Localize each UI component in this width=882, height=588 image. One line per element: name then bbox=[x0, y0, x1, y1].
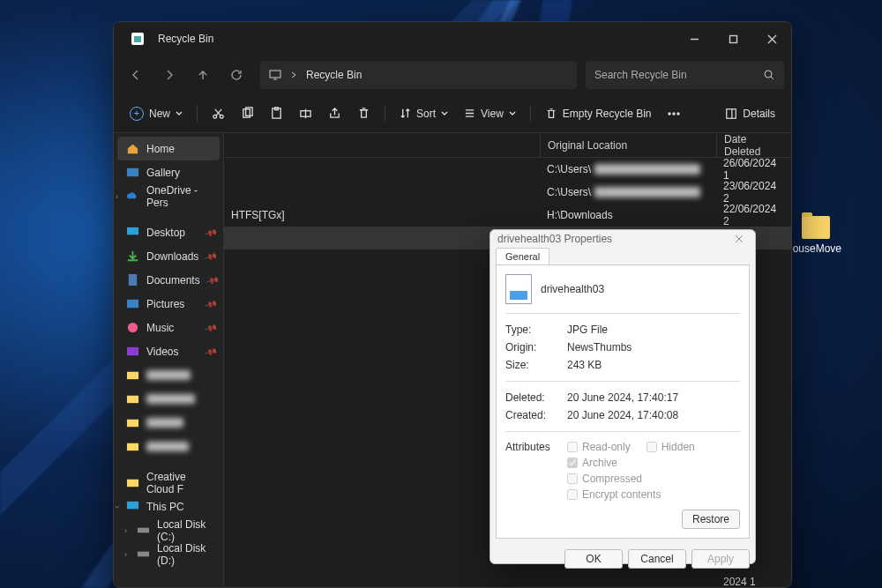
sort-button[interactable]: Sort bbox=[392, 100, 455, 128]
address-bar[interactable]: Recycle Bin bbox=[260, 61, 577, 89]
svg-rect-23 bbox=[127, 420, 138, 427]
size-label: Size: bbox=[505, 359, 567, 371]
column-date-deleted[interactable]: Date Deleted bbox=[716, 133, 791, 157]
table-row[interactable]: HTFS[TGx]H:\Downloads22/06/2024 2 bbox=[224, 204, 791, 227]
chevron-right-icon: › bbox=[124, 526, 127, 535]
desktop-shortcut[interactable]: louseMove bbox=[789, 216, 842, 255]
sidebar-item-music[interactable]: Music📌 bbox=[114, 316, 223, 339]
paste-button[interactable] bbox=[263, 100, 290, 128]
svg-rect-24 bbox=[127, 443, 138, 450]
cut-button[interactable] bbox=[205, 100, 232, 128]
chevron-down-icon bbox=[509, 110, 516, 117]
svg-rect-0 bbox=[134, 36, 141, 42]
table-row[interactable]: C:\Users\x26/06/2024 1 bbox=[224, 158, 791, 181]
search-icon bbox=[763, 69, 775, 81]
folder-icon bbox=[126, 440, 139, 453]
sidebar-item-gallery[interactable]: Gallery bbox=[114, 160, 223, 184]
pin-icon: 📌 bbox=[204, 226, 218, 240]
pin-icon: 📌 bbox=[204, 321, 218, 335]
svg-point-13 bbox=[677, 113, 679, 115]
sidebar-item-creative-cloud[interactable]: Creative Cloud F bbox=[114, 471, 223, 495]
drive-icon bbox=[137, 524, 150, 537]
properties-dialog: drivehealth03 Properties General drivehe… bbox=[490, 229, 756, 564]
file-type-icon bbox=[505, 274, 532, 304]
created-value: 20 June 2024, 17:40:08 bbox=[567, 409, 678, 421]
copy-button[interactable] bbox=[234, 100, 261, 128]
close-window-button[interactable] bbox=[752, 22, 791, 56]
tab-general[interactable]: General bbox=[496, 248, 549, 264]
deleted-label: Deleted: bbox=[505, 391, 567, 404]
gallery-icon bbox=[126, 166, 139, 179]
details-pane-button[interactable]: Details bbox=[718, 100, 782, 128]
sidebar-item-downloads[interactable]: Downloads📌 bbox=[114, 244, 223, 268]
svg-rect-27 bbox=[138, 528, 149, 533]
empty-recycle-bin-button[interactable]: Empty Recycle Bin bbox=[538, 100, 659, 128]
svg-rect-15 bbox=[127, 168, 138, 176]
chevron-right-icon bbox=[290, 71, 297, 78]
sidebar-item-home[interactable]: Home bbox=[117, 137, 220, 160]
rename-button[interactable] bbox=[292, 100, 319, 128]
pin-icon: 📌 bbox=[206, 273, 220, 287]
new-tab-button[interactable] bbox=[259, 26, 284, 51]
folder-icon bbox=[126, 368, 139, 382]
origin-label: Origin: bbox=[505, 341, 567, 354]
dialog-close-button[interactable] bbox=[730, 230, 748, 248]
toolbar: +New Sort View Empty Recycle Bin Details bbox=[114, 94, 791, 133]
new-button[interactable]: +New bbox=[123, 100, 190, 128]
sidebar-item-videos[interactable]: Videos📌 bbox=[114, 339, 223, 363]
restore-button[interactable]: Restore bbox=[682, 510, 740, 529]
chevron-down-icon: › bbox=[114, 505, 122, 508]
table-row[interactable]: C:\Users\x23/06/2024 2 bbox=[224, 181, 791, 204]
forward-button[interactable] bbox=[154, 61, 184, 89]
sidebar-item-pictures[interactable]: Pictures📌 bbox=[114, 292, 223, 316]
pin-icon: 📌 bbox=[204, 345, 218, 359]
folder-icon bbox=[126, 476, 139, 489]
share-button[interactable] bbox=[321, 100, 348, 128]
sidebar-item-local-disk-d[interactable]: ›Local Disk (D:) bbox=[114, 542, 223, 566]
cancel-button[interactable]: Cancel bbox=[628, 549, 686, 569]
tab-recycle-bin[interactable]: Recycle Bin bbox=[123, 33, 222, 45]
tab-close-button[interactable] bbox=[222, 26, 247, 51]
chevron-down-icon bbox=[441, 110, 448, 117]
address-text: Recycle Bin bbox=[306, 69, 362, 81]
svg-rect-14 bbox=[727, 108, 736, 118]
desktop-icon bbox=[126, 226, 139, 239]
ok-button[interactable]: OK bbox=[564, 549, 623, 569]
dialog-titlebar[interactable]: drivehealth03 Properties bbox=[490, 230, 755, 248]
size-value: 243 KB bbox=[567, 359, 602, 371]
recycle-bin-icon bbox=[131, 33, 144, 45]
maximize-button[interactable] bbox=[714, 22, 752, 56]
more-button[interactable] bbox=[661, 100, 687, 128]
up-button[interactable] bbox=[188, 61, 218, 89]
svg-rect-16 bbox=[127, 227, 138, 234]
hidden-checkbox: Hidden bbox=[647, 441, 695, 453]
refresh-button[interactable] bbox=[221, 61, 251, 89]
search-input[interactable]: Search Recycle Bin bbox=[586, 61, 784, 89]
view-button[interactable]: View bbox=[457, 100, 523, 128]
archive-checkbox: Archive bbox=[567, 457, 695, 469]
pin-icon: 📌 bbox=[204, 297, 218, 311]
sidebar-item-folder[interactable]: x bbox=[114, 387, 223, 411]
type-value: JPG File bbox=[567, 324, 608, 336]
sidebar: Home Gallery ›OneDrive - Pers Desktop📌 D… bbox=[114, 133, 224, 587]
origin-value: NewsThumbs bbox=[567, 341, 632, 354]
sidebar-item-folder[interactable]: x bbox=[114, 363, 223, 387]
sidebar-item-this-pc[interactable]: ›This PC bbox=[114, 495, 223, 518]
folder-icon bbox=[126, 392, 139, 406]
apply-button[interactable]: Apply bbox=[691, 549, 750, 569]
sidebar-item-folder[interactable]: x bbox=[114, 435, 223, 458]
svg-rect-26 bbox=[127, 502, 138, 509]
minimize-button[interactable] bbox=[675, 22, 714, 56]
delete-button[interactable] bbox=[350, 100, 377, 128]
shortcut-label: louseMove bbox=[789, 242, 842, 255]
column-original-location[interactable]: Original Location bbox=[540, 133, 716, 157]
sidebar-item-folder[interactable]: x bbox=[114, 411, 223, 435]
tab-title: Recycle Bin bbox=[158, 33, 213, 45]
svg-rect-17 bbox=[129, 274, 137, 286]
sidebar-item-desktop[interactable]: Desktop📌 bbox=[114, 220, 223, 244]
sidebar-item-onedrive[interactable]: ›OneDrive - Pers bbox=[114, 184, 223, 208]
sidebar-item-documents[interactable]: Documents📌 bbox=[114, 268, 223, 292]
back-button[interactable] bbox=[121, 61, 151, 89]
search-placeholder: Search Recycle Bin bbox=[594, 69, 687, 81]
sidebar-item-local-disk-c[interactable]: ›Local Disk (C:) bbox=[114, 518, 223, 542]
